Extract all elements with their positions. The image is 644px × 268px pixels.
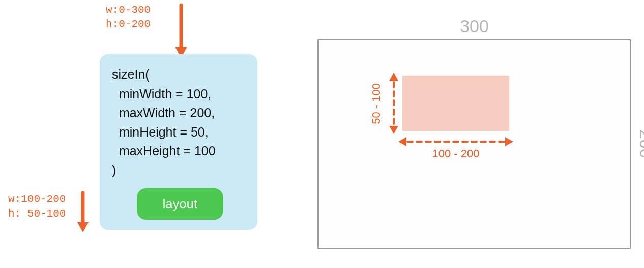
svg-marker-7 bbox=[398, 137, 406, 146]
layout-button[interactable]: layout bbox=[137, 188, 223, 220]
height-range-label: 50 - 100 bbox=[369, 73, 384, 134]
svg-marker-6 bbox=[389, 126, 398, 134]
parent-height-label: 200 bbox=[633, 39, 644, 249]
parent-frame: 50 - 100 100 - 200 bbox=[317, 39, 631, 249]
modifier-code: sizeIn( minWidth = 100, maxWidth = 200, … bbox=[112, 65, 248, 180]
height-arrow-icon bbox=[387, 73, 400, 134]
diagram-root: w:0-300 h:0-200 sizeIn( minWidth = 100, … bbox=[0, 0, 644, 268]
arrow-down-icon bbox=[173, 3, 189, 58]
arrow-down-icon bbox=[75, 191, 91, 232]
modifier-card: sizeIn( minWidth = 100, maxWidth = 200, … bbox=[100, 54, 257, 230]
svg-marker-9 bbox=[505, 137, 513, 146]
result-rect bbox=[402, 76, 509, 131]
outgoing-constraints-label: w:100-200 h: 50-100 bbox=[8, 192, 66, 222]
incoming-constraints-label: w:0-300 h:0-200 bbox=[106, 3, 151, 32]
svg-marker-4 bbox=[389, 73, 398, 81]
width-arrow-icon bbox=[398, 135, 513, 148]
parent-width-label: 300 bbox=[317, 16, 631, 36]
width-range-label: 100 - 200 bbox=[398, 147, 513, 160]
svg-marker-3 bbox=[77, 222, 89, 232]
